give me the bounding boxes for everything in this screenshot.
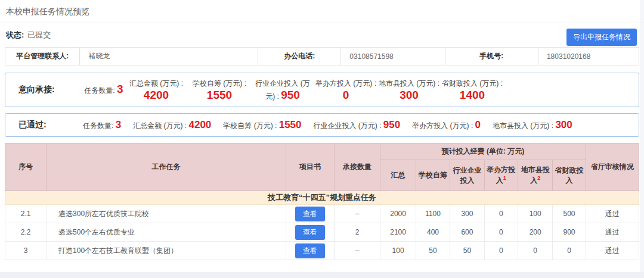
stat-total-amount: 汇总金额 (万元) : 4200 bbox=[133, 120, 211, 131]
row-no: 2.2 bbox=[5, 223, 47, 242]
section-title: 技工教育“十四五”规划重点任务 bbox=[5, 191, 639, 205]
row-organizer-funding: 0 bbox=[484, 205, 518, 223]
row-school-funding: 400 bbox=[416, 223, 450, 242]
row-accept-qty: 2 bbox=[334, 223, 380, 242]
stat-industry-funding: 行业企业投入 (万元) : 950 bbox=[251, 78, 314, 102]
col-header-review: 省厅审核情况 bbox=[586, 143, 639, 191]
export-tasks-button[interactable]: 导出申报任务情况 bbox=[566, 29, 637, 46]
row-accept-qty: – bbox=[334, 242, 380, 260]
view-button[interactable]: 查看 bbox=[295, 225, 325, 240]
page: 本校申报任务情况预览 状态: 已提交 导出申报任务情况 平台管理联系人: 褚晓龙… bbox=[0, 0, 644, 278]
row-accept-qty: – bbox=[334, 205, 380, 223]
row-city-county-funding: 0 bbox=[518, 242, 552, 260]
col-header-project-book: 项目书 bbox=[286, 143, 334, 191]
row-task: 打造100个左右技工教育联盟（集团） bbox=[47, 242, 286, 260]
col-header-total: 汇总 bbox=[380, 160, 416, 191]
approved-summary-box: 已通过: 任务数量: 3 汇总金额 (万元) : 4200 学校自筹 (万元) … bbox=[5, 113, 639, 137]
contact-row: 平台管理联系人: 褚晓龙 办公电话: 03108571598 手机号: 1803… bbox=[5, 48, 639, 65]
col-header-school-funding: 学校自筹 bbox=[416, 160, 450, 191]
view-button[interactable]: 查看 bbox=[295, 243, 325, 258]
row-industry-funding: 50 bbox=[450, 242, 484, 260]
stat-organizer-funding: 举办方投入 (万元) : 0 bbox=[412, 120, 481, 131]
col-header-industry-funding: 行业企业投入 bbox=[450, 160, 484, 191]
approved-title: 已通过: bbox=[5, 120, 83, 130]
intention-stats: 任务数量: 3 汇总金额 (万元) : 4200 学校自筹 (万元) : 155… bbox=[83, 78, 504, 102]
stat-industry-funding: 行业企业投入 (万元) : 950 bbox=[314, 120, 401, 131]
contact-manager-label: 平台管理联系人: bbox=[5, 48, 80, 65]
table-header-row-1: 序号 工作任务 项目书 承接数量 预计投入经费 (单位: 万元) 省厅审核情况 bbox=[5, 143, 639, 160]
row-city-county-funding: 100 bbox=[518, 205, 552, 223]
mobile-label: 手机号: bbox=[445, 48, 538, 65]
col-header-organizer-funding: 举办方投入1 bbox=[484, 160, 518, 191]
page-edge-bottom bbox=[0, 272, 644, 278]
mobile-value: 18031020168 bbox=[538, 48, 639, 65]
stat-city-county-funding: 地市县投入 (万元) : 300 bbox=[493, 120, 572, 131]
intention-title: 意向承接: bbox=[5, 85, 83, 95]
row-organizer-funding: 0 bbox=[484, 242, 518, 260]
approved-stats: 任务数量: 3 汇总金额 (万元) : 4200 学校自筹 (万元) : 155… bbox=[83, 120, 572, 131]
office-phone-value: 03108571598 bbox=[341, 48, 445, 65]
row-task: 遴选300所左右优质技工院校 bbox=[47, 205, 286, 223]
col-header-task: 工作任务 bbox=[47, 143, 286, 191]
row-organizer-funding: 0 bbox=[484, 223, 518, 242]
stat-school-funding: 学校自筹 (万元) : 1550 bbox=[188, 78, 251, 102]
status-label: 状态: bbox=[6, 30, 24, 40]
contact-info-table: 平台管理联系人: 褚晓龙 办公电话: 03108571598 手机号: 1803… bbox=[5, 47, 639, 65]
row-project-book: 查看 bbox=[286, 223, 334, 242]
row-total: 2000 bbox=[380, 205, 416, 223]
page-title: 本校申报任务情况预览 bbox=[5, 0, 639, 23]
table-row: 3 打造100个左右技工教育联盟（集团） 查看 – 100 50 50 0 0 … bbox=[5, 242, 639, 260]
stat-organizer-funding: 举办方投入 (万元) : 0 bbox=[314, 78, 377, 102]
status-value: 已提交 bbox=[27, 30, 51, 40]
row-task: 遴选500个左右优质专业 bbox=[47, 223, 286, 242]
intention-summary-box: 意向承接: 任务数量: 3 汇总金额 (万元) : 4200 学校自筹 (万元)… bbox=[5, 73, 639, 107]
row-provincial-funding: 500 bbox=[553, 205, 586, 223]
stat-task-count: 任务数量: 3 bbox=[83, 83, 125, 96]
review-status: 通过 bbox=[586, 223, 639, 242]
stat-city-county-funding: 地市县投入 (万元) : 300 bbox=[377, 78, 441, 102]
table-row: 2.2 遴选500个左右优质专业 查看 2 2100 400 600 0 200… bbox=[5, 223, 639, 242]
row-total: 100 bbox=[380, 242, 416, 260]
row-industry-funding: 600 bbox=[450, 223, 484, 242]
stat-task-count: 任务数量: 3 bbox=[83, 120, 121, 131]
row-no: 3 bbox=[5, 242, 47, 260]
col-header-city-county-funding: 地市县投入2 bbox=[518, 160, 552, 191]
stat-school-funding: 学校自筹 (万元) : 1550 bbox=[223, 120, 301, 131]
review-status: 通过 bbox=[586, 242, 639, 260]
col-header-budget-group: 预计投入经费 (单位: 万元) bbox=[380, 143, 586, 160]
footnote-1: 1 bbox=[503, 175, 506, 181]
row-school-funding: 50 bbox=[416, 242, 450, 260]
view-button[interactable]: 查看 bbox=[295, 207, 325, 221]
review-status: 通过 bbox=[586, 205, 639, 223]
stat-provincial-funding: 省财政投入 (万元) : 1400 bbox=[441, 78, 504, 102]
row-provincial-funding: 0 bbox=[553, 242, 586, 260]
office-phone-label: 办公电话: bbox=[258, 48, 341, 65]
row-project-book: 查看 bbox=[286, 242, 334, 260]
row-provincial-funding: 900 bbox=[553, 223, 586, 242]
footnote-2: 2 bbox=[537, 175, 540, 181]
row-school-funding: 1100 bbox=[416, 205, 450, 223]
col-header-accept-qty: 承接数量 bbox=[334, 143, 380, 191]
row-total: 2100 bbox=[380, 223, 416, 242]
row-project-book: 查看 bbox=[286, 205, 334, 223]
row-industry-funding: 300 bbox=[450, 205, 484, 223]
col-header-no: 序号 bbox=[5, 143, 47, 191]
stat-total-amount: 汇总金额 (万元) : 4200 bbox=[125, 78, 188, 102]
contact-manager-value: 褚晓龙 bbox=[80, 48, 258, 65]
row-no: 2.1 bbox=[5, 205, 47, 223]
status-row: 状态: 已提交 导出申报任务情况 bbox=[5, 23, 639, 47]
task-table: 序号 工作任务 项目书 承接数量 预计投入经费 (单位: 万元) 省厅审核情况 … bbox=[5, 143, 639, 260]
section-header-row: 技工教育“十四五”规划重点任务 bbox=[5, 191, 639, 205]
row-city-county-funding: 200 bbox=[518, 223, 552, 242]
table-row: 2.1 遴选300所左右优质技工院校 查看 – 2000 1100 300 0 … bbox=[5, 205, 639, 223]
col-header-provincial-funding: 省财政投入 bbox=[553, 160, 586, 191]
